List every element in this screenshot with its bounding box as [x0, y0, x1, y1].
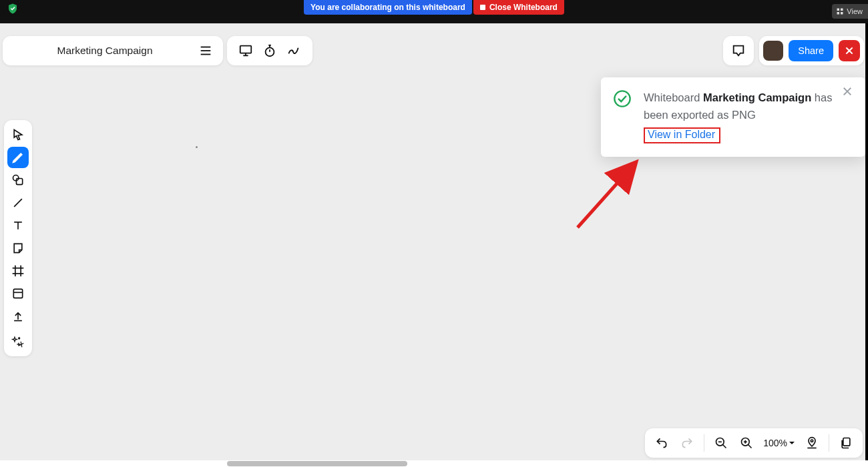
canvas-mark: [196, 146, 198, 148]
app-topbar: You are collaborating on this whiteboard…: [0, 0, 868, 23]
scrollbar-thumb[interactable]: [227, 461, 407, 466]
close-whiteboard-button[interactable]: [839, 40, 860, 61]
text-tool[interactable]: [7, 215, 29, 236]
line-tool[interactable]: [7, 192, 29, 213]
close-icon: [841, 85, 853, 97]
sticky-note-icon: [11, 242, 25, 255]
view-mode-pill[interactable]: View: [832, 4, 868, 19]
map-pin-icon: [805, 436, 819, 450]
shield-check-icon: [7, 3, 19, 15]
share-button[interactable]: Share: [789, 40, 833, 61]
pages-icon: [839, 436, 853, 450]
tool-sidebar: [4, 120, 32, 356]
frame-tool[interactable]: [7, 260, 29, 282]
toast-message: Whiteboard Marketing Campaign has been e…: [644, 89, 852, 123]
zoom-in-icon: [740, 436, 753, 450]
select-tool[interactable]: [7, 124, 29, 145]
pages-button[interactable]: [836, 433, 856, 453]
toast-prefix: Whiteboard: [644, 91, 703, 103]
close-whiteboard-label: Close Whiteboard: [489, 0, 558, 15]
export-toast: Whiteboard Marketing Campaign has been e…: [601, 77, 865, 157]
text-icon: [11, 219, 25, 232]
svg-point-29: [19, 338, 20, 339]
svg-rect-3: [841, 12, 843, 15]
zoom-out-icon: [714, 436, 728, 450]
toolbar-separator: [829, 434, 829, 452]
horizontal-scrollbar[interactable]: [0, 460, 868, 467]
svg-rect-7: [240, 46, 252, 53]
present-button[interactable]: [236, 41, 255, 60]
shape-tool[interactable]: [7, 169, 29, 191]
undo-button[interactable]: [652, 433, 672, 453]
pencil-icon: [11, 151, 25, 164]
shapes-icon: [11, 173, 25, 187]
close-icon: [844, 45, 855, 56]
svg-point-41: [811, 440, 813, 442]
more-apps-tool[interactable]: [7, 331, 29, 352]
presentation-icon: [238, 43, 253, 58]
sticky-note-tool[interactable]: [7, 238, 29, 259]
whiteboard-title-card: [3, 36, 223, 65]
view-in-folder-link[interactable]: View in Folder: [644, 127, 720, 143]
layout-icon: [11, 287, 25, 300]
collaboration-banner: You are collaborating on this whiteboard: [304, 0, 472, 15]
zoom-out-button[interactable]: [711, 433, 731, 453]
frame-icon: [11, 264, 25, 278]
user-avatar[interactable]: [763, 41, 783, 61]
top-right-cluster: Share: [723, 36, 864, 65]
svg-rect-43: [843, 438, 850, 446]
toolbar-separator: [704, 434, 704, 452]
zoom-in-button[interactable]: [736, 433, 756, 453]
minimap-button[interactable]: [802, 433, 822, 453]
hamburger-icon: [198, 43, 213, 58]
laser-pointer-button[interactable]: [284, 41, 303, 60]
presentation-toolbar: [227, 36, 312, 65]
svg-rect-16: [17, 179, 23, 185]
whiteboard-title-input[interactable]: [12, 45, 198, 57]
upload-tool[interactable]: [7, 306, 29, 327]
comments-button[interactable]: [723, 36, 754, 65]
sparkle-tools-icon: [11, 335, 25, 348]
svg-line-18: [14, 199, 22, 207]
svg-point-30: [614, 91, 630, 106]
toast-close-button[interactable]: [841, 85, 856, 100]
success-check-icon: [613, 89, 632, 108]
timer-button[interactable]: [260, 41, 279, 60]
scribble-icon: [286, 43, 301, 58]
undo-icon: [655, 436, 668, 450]
cursor-icon: [11, 128, 25, 141]
chat-bubble-icon: [731, 43, 746, 58]
redo-button[interactable]: [677, 433, 697, 453]
line-icon: [11, 196, 25, 209]
close-whiteboard-banner-button[interactable]: Close Whiteboard: [473, 0, 564, 15]
right-edge-strip: [865, 23, 868, 460]
svg-rect-25: [13, 289, 22, 298]
zoom-level-dropdown[interactable]: 100%: [762, 438, 797, 448]
menu-button[interactable]: [198, 43, 214, 59]
svg-line-38: [748, 445, 752, 448]
upload-icon: [11, 310, 25, 323]
grid-icon: [836, 7, 844, 15]
caret-down-icon: [789, 440, 795, 446]
svg-rect-0: [837, 9, 840, 11]
svg-line-35: [723, 445, 726, 448]
zoom-value: 100%: [763, 438, 787, 448]
bottom-toolbar: 100%: [645, 428, 863, 458]
stopwatch-icon: [262, 43, 277, 58]
view-label: View: [847, 4, 863, 19]
pen-tool[interactable]: [7, 147, 29, 168]
share-group-card: Share: [759, 36, 864, 65]
templates-tool[interactable]: [7, 283, 29, 304]
redo-icon: [680, 436, 694, 450]
svg-rect-2: [837, 12, 840, 15]
svg-rect-1: [841, 9, 843, 11]
stop-icon: [480, 5, 485, 10]
toast-board-name: Marketing Campaign: [703, 91, 811, 103]
